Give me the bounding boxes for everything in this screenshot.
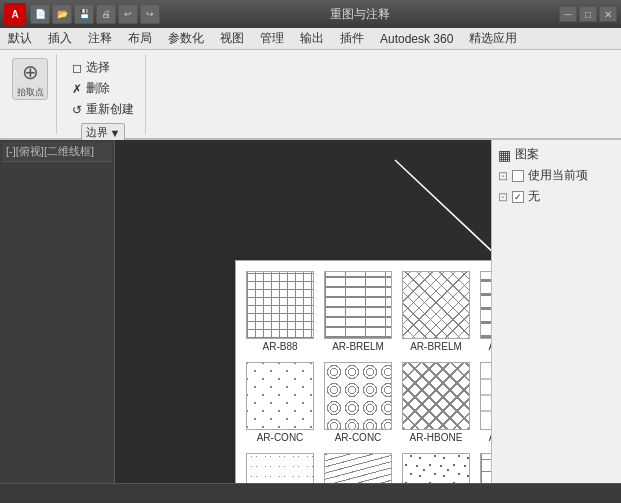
hatch-ar-brstd[interactable]: AR-BRSTD [478, 269, 491, 354]
pattern-header: ▦ 图案 [496, 144, 617, 165]
hatch-ar-conc2[interactable]: AR-CONC [322, 360, 394, 445]
hatch-preview-ar-sand [402, 453, 470, 483]
menu-layout[interactable]: 布局 [120, 28, 160, 50]
title-bar: A 📄 📂 💾 🖨 ↩ ↪ 重图与注释 ─ □ ✕ [0, 0, 621, 28]
delete-btn[interactable]: ✗ 删除 [69, 79, 137, 98]
none-item[interactable]: ⊡ 无 [496, 186, 617, 207]
recreate-icon: ↺ [72, 103, 82, 117]
select-label: 选择 [86, 59, 110, 76]
dropdown-arrow-icon: ▼ [110, 127, 121, 139]
menu-output[interactable]: 输出 [292, 28, 332, 50]
hatch-preview-ar-rshke [324, 453, 392, 483]
hatch-ar-rroof[interactable]: AR-RROOF [244, 451, 316, 483]
status-bar [0, 483, 621, 503]
undo-btn[interactable]: ↩ [118, 4, 138, 24]
hatch-ar-sand[interactable]: AR-SAND [400, 451, 472, 483]
hatch-preview-ar-rroof [246, 453, 314, 483]
hatch-label-ar-brelm: AR-BRELM [332, 341, 384, 352]
hatch-ar-b88[interactable]: AR-B88 [244, 269, 316, 354]
title-controls: ─ □ ✕ [559, 6, 617, 22]
boundary-label: 边界 [86, 125, 108, 140]
ribbon-draw-section: ⊕ 抬取点 [4, 54, 57, 134]
hatch-label-ar-conc: AR-CONC [257, 432, 304, 443]
menu-manage[interactable]: 管理 [252, 28, 292, 50]
hatch-grid: AR-B88 AR-BRELM AR-BRELM AR-BRSTD AR-CON [244, 269, 491, 483]
hatch-ar-brelm2[interactable]: AR-BRELM [400, 269, 472, 354]
ribbon: ⊕ 抬取点 ◻ 选择 ✗ 删除 ↺ 重新创建 边界 ▼ [0, 50, 621, 140]
close-btn[interactable]: ✕ [599, 6, 617, 22]
anchor-btn[interactable]: ⊕ 抬取点 [12, 58, 48, 100]
menu-featured[interactable]: 精选应用 [461, 28, 525, 50]
hatch-label-ar-brelm2: AR-BRELM [410, 341, 462, 352]
select-icon: ◻ [72, 61, 82, 75]
hatch-popup: AR-B88 AR-BRELM AR-BRELM AR-BRSTD AR-CON [235, 260, 491, 483]
main-area: [-][俯视][二维线框] AR-B88 AR-BRELM [0, 140, 621, 483]
hatch-label-ar-brstd: AR-BRSTD [488, 341, 491, 352]
hatch-box[interactable]: BOX [478, 451, 491, 483]
minimize-btn[interactable]: ─ [559, 6, 577, 22]
hatch-ar-conc[interactable]: AR-CONC [244, 360, 316, 445]
menu-a360[interactable]: Autodesk 360 [372, 28, 461, 50]
hatch-ar-rshke[interactable]: AR-RSHKE [322, 451, 394, 483]
save-btn[interactable]: 💾 [74, 4, 94, 24]
redo-btn[interactable]: ↪ [140, 4, 160, 24]
none-checkbox[interactable] [512, 191, 524, 203]
right-panel: ▦ 图案 ⊡ 使用当前项 ⊡ 无 [491, 140, 621, 483]
hatch-preview-ar-brstd [480, 271, 491, 339]
recreate-btn[interactable]: ↺ 重新创建 [69, 100, 137, 119]
delete-label: 删除 [86, 80, 110, 97]
menu-view[interactable]: 视图 [212, 28, 252, 50]
hatch-label-ar-parq1: AR-PARQ1 [489, 432, 491, 443]
hatch-preview-ar-conc [246, 362, 314, 430]
pattern-icon: ▦ [498, 147, 511, 163]
hatch-ar-brelm[interactable]: AR-BRELM [322, 269, 394, 354]
menu-plugins[interactable]: 插件 [332, 28, 372, 50]
hatch-preview-box [480, 453, 491, 483]
hatch-preview-ar-brelm [324, 271, 392, 339]
hatch-preview-ar-b88 [246, 271, 314, 339]
use-current-icon: ⊡ [498, 169, 508, 183]
maximize-btn[interactable]: □ [579, 6, 597, 22]
title-text: 重图与注释 [164, 6, 555, 23]
menu-default[interactable]: 默认 [0, 28, 40, 50]
print-btn[interactable]: 🖨 [96, 4, 116, 24]
anchor-label: 抬取点 [17, 86, 44, 99]
new-btn[interactable]: 📄 [30, 4, 50, 24]
recreate-label: 重新创建 [86, 101, 134, 118]
menu-param[interactable]: 参数化 [160, 28, 212, 50]
hatch-label-ar-b88: AR-B88 [262, 341, 297, 352]
svg-rect-1 [481, 363, 491, 430]
toolbar-icons: 📄 📂 💾 🖨 ↩ ↪ [30, 4, 160, 24]
select-btn[interactable]: ◻ 选择 [69, 58, 137, 77]
hatch-ar-parq1[interactable]: AR-PARQ1 [478, 360, 491, 445]
none-icon: ⊡ [498, 190, 508, 204]
hatch-preview-ar-conc2 [324, 362, 392, 430]
hatch-label-ar-hbone: AR-HBONE [410, 432, 463, 443]
none-label: 无 [528, 188, 540, 205]
hatch-preview-ar-brelm2 [402, 271, 470, 339]
delete-icon: ✗ [72, 82, 82, 96]
menu-bar: 默认 插入 注释 布局 参数化 视图 管理 输出 插件 Autodesk 360… [0, 28, 621, 50]
open-btn[interactable]: 📂 [52, 4, 72, 24]
hatch-preview-ar-hbone [402, 362, 470, 430]
menu-insert[interactable]: 插入 [40, 28, 80, 50]
anchor-icon: ⊕ [22, 60, 39, 84]
left-panel: [-][俯视][二维线框] [0, 140, 115, 483]
use-current-label: 使用当前项 [528, 167, 588, 184]
autocad-logo[interactable]: A [4, 3, 26, 25]
menu-annotation[interactable]: 注释 [80, 28, 120, 50]
hatch-preview-ar-parq1 [480, 362, 491, 430]
ribbon-edit-section: ◻ 选择 ✗ 删除 ↺ 重新创建 边界 ▼ [61, 54, 146, 134]
use-current-item[interactable]: ⊡ 使用当前项 [496, 165, 617, 186]
edit-buttons: ◻ 选择 ✗ 删除 ↺ 重新创建 [69, 58, 137, 119]
viewport-label: [-][俯视][二维线框] [2, 142, 112, 162]
hatch-ar-hbone[interactable]: AR-HBONE [400, 360, 472, 445]
hatch-label-ar-conc2: AR-CONC [335, 432, 382, 443]
use-current-checkbox[interactable] [512, 170, 524, 182]
pattern-label: 图案 [515, 146, 539, 163]
parq1-svg [481, 363, 491, 430]
canvas-area[interactable]: AR-B88 AR-BRELM AR-BRELM AR-BRSTD AR-CON [115, 140, 491, 483]
